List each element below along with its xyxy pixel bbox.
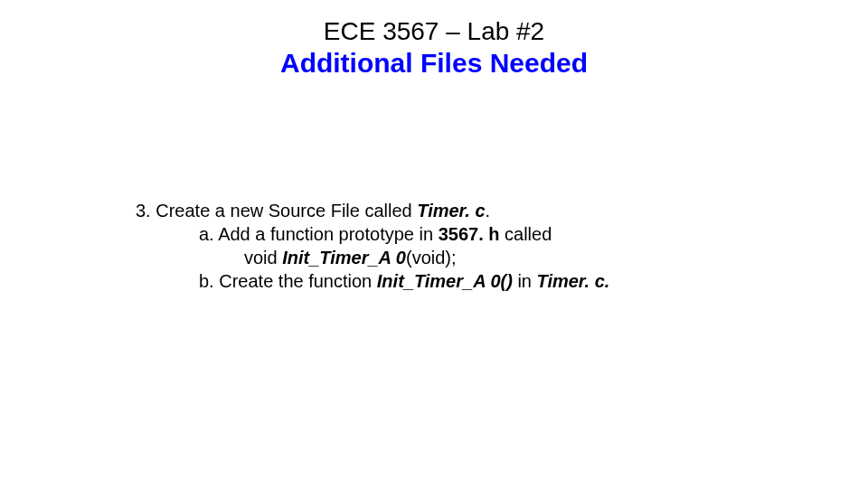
item-text-pre: Create a new Source File called [151,201,418,221]
func-init-timer-a0: Init_Timer_A 0 [282,248,406,267]
item-text-post: . [486,201,491,221]
content-block: 3. Create a new Source File called Timer… [136,199,769,293]
filename-3567-h: 3567. h [439,224,500,244]
subitem-b: b. Create the function Init_Timer_A 0() … [199,269,769,293]
slide-container: ECE 3567 – Lab #2 Additional Files Neede… [0,0,868,488]
subitem-b-text-pre: Create the function [214,271,377,291]
subitem-a-text-post: called [499,224,552,244]
item-number: 3. [136,201,151,221]
subitem-a-void-pre: void [244,248,282,267]
subitem-a-line2: void Init_Timer_A 0(void); [244,246,769,269]
list-item-3: 3. Create a new Source File called Timer… [136,199,769,222]
func-init-timer-a0-call: Init_Timer_A 0() [377,271,513,291]
subitem-b-label: b. [199,271,214,291]
subitem-a-text-pre: Add a function prototype in [214,224,439,244]
subitem-a-line1: a. Add a function prototype in 3567. h c… [199,222,769,246]
subitem-b-text-mid: in [513,271,537,291]
slide-title: ECE 3567 – Lab #2 [0,16,868,47]
subitem-a-label: a. [199,224,214,244]
slide-subtitle: Additional Files Needed [0,47,868,80]
subitem-a-void-post: (void); [406,248,457,267]
filename-timer-c: Timer. c [417,201,485,221]
filename-timer-c-2: Timer. c. [537,271,610,291]
